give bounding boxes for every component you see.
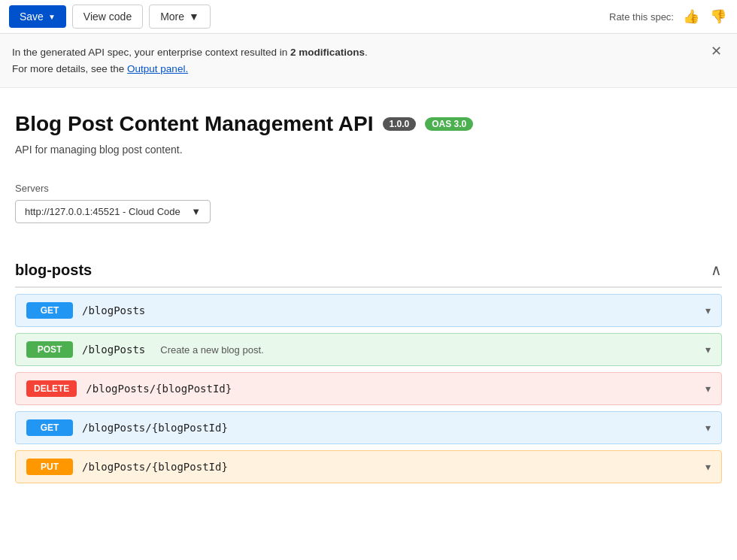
rate-label: Rate this spec: [609, 11, 674, 23]
view-code-button[interactable]: View code [72, 5, 143, 29]
banner-close-button[interactable]: ✕ [708, 44, 725, 58]
endpoint-left: GET/blogPosts/{blogPostId} [26, 419, 228, 436]
chevron-down-icon: ▾ [705, 461, 711, 473]
endpoint-row[interactable]: PUT/blogPosts/{blogPostId}▾ [15, 450, 722, 483]
endpoint-path: /blogPosts/{blogPostId} [82, 422, 228, 434]
output-panel-link[interactable]: Output panel. [127, 63, 188, 74]
oas-badge: OAS 3.0 [425, 117, 473, 131]
endpoint-path: /blogPosts [82, 304, 145, 316]
method-badge-put-4: PUT [26, 459, 73, 475]
chevron-down-icon: ▾ [705, 422, 711, 434]
collapse-section-button[interactable]: ∧ [711, 261, 722, 279]
api-description: API for managing blog post content. [15, 144, 722, 156]
banner-text-after: . [365, 47, 368, 58]
banner-modifications: 2 modifications [290, 47, 365, 58]
toolbar: Save ▼ View code More ▼ Rate this spec: … [0, 0, 737, 34]
notification-banner: In the generated API spec, your enterpri… [0, 34, 737, 88]
endpoints-list: GET/blogPosts▾POST/blogPostsCreate a new… [15, 294, 722, 483]
endpoint-row[interactable]: GET/blogPosts▾ [15, 294, 722, 327]
endpoint-description: Create a new blog post. [160, 344, 263, 356]
servers-label: Servers [15, 183, 722, 194]
api-title: Blog Post Content Management API [15, 112, 374, 136]
main-content: Blog Post Content Management API 1.0.0 O… [0, 88, 737, 498]
method-badge-post-1: POST [26, 341, 73, 358]
rate-section: Rate this spec: 👍 👎 [609, 7, 728, 26]
servers-section: Servers http://127.0.0.1:45521 - Cloud C… [15, 183, 722, 223]
method-badge-get-3: GET [26, 419, 73, 436]
method-badge-delete-2: DELETE [26, 380, 77, 397]
chevron-down-icon: ▾ [705, 383, 711, 395]
section-header: blog-posts ∧ [15, 253, 722, 288]
chevron-down-icon: ▼ [48, 13, 56, 21]
version-badge: 1.0.0 [383, 117, 417, 131]
section-title: blog-posts [15, 262, 92, 279]
banner-details-before: For more details, see the [12, 63, 127, 74]
banner-text: In the generated API spec, your enterpri… [12, 44, 368, 77]
endpoints-section: blog-posts ∧ GET/blogPosts▾POST/blogPost… [15, 253, 722, 483]
server-dropdown[interactable]: http://127.0.0.1:45521 - Cloud Code ▼ [15, 200, 211, 223]
endpoint-row[interactable]: POST/blogPostsCreate a new blog post.▾ [15, 333, 722, 366]
save-button[interactable]: Save ▼ [9, 5, 66, 28]
chevron-down-icon: ▾ [705, 304, 711, 316]
view-code-label: View code [83, 11, 132, 23]
more-label: More [160, 11, 184, 23]
more-button[interactable]: More ▼ [149, 5, 211, 29]
chevron-down-icon: ▼ [191, 206, 201, 217]
endpoint-left: DELETE/blogPosts/{blogPostId} [26, 380, 232, 397]
endpoint-path: /blogPosts [82, 344, 145, 356]
endpoint-left: PUT/blogPosts/{blogPostId} [26, 459, 228, 475]
endpoint-path: /blogPosts/{blogPostId} [82, 461, 228, 473]
banner-text-before: In the generated API spec, your enterpri… [12, 47, 290, 58]
endpoint-row[interactable]: DELETE/blogPosts/{blogPostId}▾ [15, 372, 722, 405]
api-title-row: Blog Post Content Management API 1.0.0 O… [15, 112, 722, 136]
method-badge-get-0: GET [26, 302, 73, 319]
thumbs-up-button[interactable]: 👍 [681, 7, 701, 26]
chevron-down-icon: ▼ [189, 11, 199, 23]
save-label: Save [20, 11, 44, 23]
server-selected-value: http://127.0.0.1:45521 - Cloud Code [25, 206, 185, 217]
endpoint-left: GET/blogPosts [26, 302, 145, 319]
endpoint-path: /blogPosts/{blogPostId} [86, 383, 232, 395]
endpoint-row[interactable]: GET/blogPosts/{blogPostId}▾ [15, 411, 722, 444]
endpoint-left: POST/blogPostsCreate a new blog post. [26, 341, 264, 358]
thumbs-down-button[interactable]: 👎 [708, 7, 728, 26]
chevron-down-icon: ▾ [705, 344, 711, 356]
